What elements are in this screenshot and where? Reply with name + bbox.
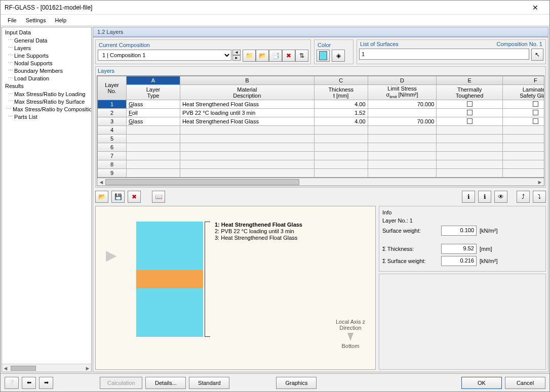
surfaces-input[interactable]	[359, 49, 529, 60]
layers-legend: Layers	[97, 68, 115, 74]
arrow-down-icon	[347, 333, 353, 341]
ok-button[interactable]: OK	[461, 377, 502, 389]
info-sw-label: Surface weight:	[382, 228, 438, 234]
help-icon[interactable]: ❔	[5, 377, 19, 389]
delete-row-icon[interactable]: ✖	[128, 191, 141, 203]
info-panel: Info Layer No.: 1 Surface weight: 0.100 …	[379, 206, 546, 370]
composition-legend: Current Composition	[98, 42, 151, 48]
info2-icon[interactable]: ℹ	[478, 191, 491, 203]
view-icon[interactable]: 👁	[494, 191, 507, 203]
open-icon[interactable]: 📂	[95, 191, 108, 203]
table-row[interactable]: 7	[98, 152, 545, 160]
close-icon[interactable]: ✕	[525, 4, 545, 12]
hdr-thickness[interactable]: Thickness t [mm]	[314, 85, 368, 100]
composition-spin[interactable]: ◄►	[232, 50, 241, 62]
next-module-icon[interactable]: ➡	[39, 377, 53, 389]
info-sw-unit: [kN/m²]	[480, 228, 505, 234]
info-sumsw-label: Σ Surface weight:	[382, 258, 438, 264]
table-row[interactable]: 1 Glass Heat Strengthened Float Glass 4.…	[98, 100, 545, 109]
table-row[interactable]: 2 Foil PVB 22 °C loading until 3 min 1.5…	[98, 109, 545, 117]
calculation-button[interactable]: Calculation	[100, 377, 142, 389]
tree-results[interactable]: Results	[2, 82, 91, 90]
surfaces-fieldset: List of Surfaces Composition No. 1 ↖	[357, 39, 546, 64]
tree-r1[interactable]: ⋯Max Stress/Ratio by Loading	[2, 90, 91, 98]
hdr-limit[interactable]: Limit Stressσlimit [N/mm²]	[368, 85, 437, 100]
tree-r4[interactable]: ⋯Parts List	[2, 113, 91, 120]
sort-composition-icon[interactable]: ⇅	[295, 50, 308, 62]
hdr-tt[interactable]: Thermally Toughened	[437, 85, 502, 100]
col-D[interactable]: D	[368, 76, 437, 85]
app-window: RF-GLASS - [001621-model-file] ✕ File Se…	[0, 0, 550, 392]
texture-button[interactable]: ◈	[332, 50, 345, 62]
details-button[interactable]: Details...	[145, 377, 186, 389]
tree-line-supports[interactable]: ⋯Line Supports	[2, 52, 91, 59]
sidebar-scrollbar[interactable]: ◄►	[2, 364, 91, 372]
composition-number: Composition No. 1	[496, 41, 544, 47]
prev-module-icon[interactable]: ⬅	[22, 377, 36, 389]
layer-diagram: ▶ 1: Heat Strengthened Float Glass 2: PV…	[95, 206, 376, 370]
hdr-type[interactable]: Layer Type	[127, 85, 180, 100]
menu-help[interactable]: Help	[51, 16, 70, 24]
library-icon[interactable]: 📖	[152, 191, 165, 203]
spin-left-icon: ◄	[232, 50, 241, 55]
tree-load-duration[interactable]: ⋯Load Duration	[2, 74, 91, 82]
import-icon[interactable]: ⤵	[533, 191, 546, 203]
export-icon[interactable]: ⤴	[517, 191, 530, 203]
tree-general-data[interactable]: ⋯General Data	[2, 36, 91, 44]
table-row[interactable]: 3 Glass Heat Strengthened Float Glass 4.…	[98, 117, 545, 126]
layers-grid[interactable]: Layer No. A B C D E F G H	[97, 75, 544, 178]
grid-toolbar: 📂 💾 ✖ 📖 ℹ ℹ 👁 ⤴ ⤵	[95, 190, 546, 204]
menu-settings[interactable]: Settings	[22, 16, 50, 24]
col-E[interactable]: E	[437, 76, 502, 85]
table-row[interactable]: 9	[98, 169, 545, 178]
table-row[interactable]: 4	[98, 126, 545, 135]
composition-select[interactable]: 1 | Composition 1	[98, 50, 231, 61]
tree-boundary-members[interactable]: ⋯Boundary Members	[2, 67, 91, 74]
info1-icon[interactable]: ℹ	[462, 191, 475, 203]
footer: ❔ ⬅ ➡ Calculation Details... Standard Gr…	[1, 373, 549, 391]
col-B[interactable]: B	[180, 76, 314, 85]
col-C[interactable]: C	[314, 76, 368, 85]
table-row[interactable]: 5	[98, 135, 545, 143]
hdr-mat[interactable]: Material Description	[180, 85, 314, 100]
info-sumt-value: 9.52	[441, 244, 477, 254]
table-row[interactable]: 8	[98, 160, 545, 169]
col-F[interactable]: F	[502, 76, 544, 85]
cancel-button[interactable]: Cancel	[505, 377, 545, 389]
composition-fieldset: Current Composition 1 | Composition 1 ◄►…	[95, 39, 311, 64]
grid-scrollbar[interactable]: ◄►	[97, 178, 544, 186]
hdr-ls[interactable]: Laminated Safety Glass	[502, 85, 544, 100]
main-panel: Current Composition 1 | Composition 1 ◄►…	[93, 37, 548, 372]
tree-nodal-supports[interactable]: ⋯Nodal Supports	[2, 59, 91, 67]
edit-composition-icon[interactable]: 📂	[256, 50, 269, 62]
tree-r2[interactable]: ⋯Max Stress/Ratio by Surface	[2, 98, 91, 105]
graphics-button[interactable]: Graphics	[276, 377, 317, 389]
info-sw-value: 0.100	[441, 226, 477, 236]
pick-surface-icon[interactable]: ↖	[531, 49, 543, 61]
delete-composition-icon[interactable]: ✖	[282, 50, 295, 62]
copy-composition-icon[interactable]: 📑	[269, 50, 282, 62]
spin-right-icon: ►	[232, 55, 241, 61]
color-fieldset: Color ◈	[314, 39, 353, 64]
section-header: 1.2 Layers	[93, 27, 548, 37]
body: Input Data ⋯General Data ⋯Layers ⋯Line S…	[1, 26, 549, 373]
window-title: RF-GLASS - [001621-model-file]	[5, 4, 525, 11]
new-composition-icon[interactable]: 📁	[243, 50, 256, 62]
tree-layers[interactable]: ⋯Layers	[2, 44, 91, 52]
layers-fieldset: Layers Layer No. A	[95, 66, 546, 188]
menu-file[interactable]: File	[4, 16, 21, 24]
menubar: File Settings Help	[1, 15, 549, 26]
info-sumsw-value: 0.216	[441, 256, 477, 266]
col-no[interactable]: Layer No.	[98, 76, 127, 100]
col-A[interactable]: A	[127, 76, 180, 85]
info-sumsw-unit: [kN/m²]	[480, 258, 505, 264]
table-row[interactable]: 6	[98, 143, 545, 152]
tree-r3[interactable]: ⋯Max Stress/Ratio by Composition	[2, 105, 91, 113]
diagram-layer-2	[136, 270, 203, 288]
standard-button[interactable]: Standard	[189, 377, 229, 389]
titlebar: RF-GLASS - [001621-model-file] ✕	[1, 1, 549, 15]
tree-input-data[interactable]: Input Data	[2, 28, 91, 36]
nav-tree: Input Data ⋯General Data ⋯Layers ⋯Line S…	[2, 27, 91, 364]
save-icon[interactable]: 💾	[111, 191, 125, 203]
color-swatch-button[interactable]	[317, 50, 330, 62]
